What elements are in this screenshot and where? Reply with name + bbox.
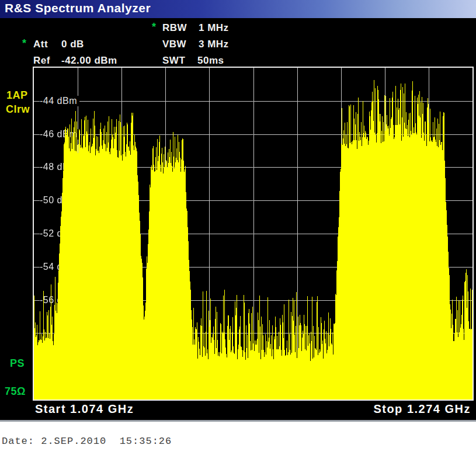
att-coupled-marker: *: [22, 37, 26, 50]
spectrum-plot: -44 dBm-46 dBm-48 dBm-50 dBm-52 dBm-54 d…: [33, 67, 474, 401]
trace-detector-label: 1AP: [6, 89, 28, 102]
ref-value: -42.00 dBm: [61, 55, 117, 67]
title-bar: R&S Spectrum Analyzer: [0, 0, 476, 18]
swt-label: SWT: [162, 55, 185, 67]
start-frequency-label: Start 1.074 GHz: [35, 402, 134, 416]
att-label: Att: [33, 39, 48, 50]
att-value: 0 dB: [61, 39, 84, 50]
impedance-label: 75Ω: [5, 385, 26, 398]
frequency-bar: Start 1.074 GHz Stop 1.274 GHz: [0, 401, 476, 420]
vbw-value: 3 MHz: [199, 39, 229, 50]
ps-status-label: PS: [10, 357, 25, 370]
window-title: R&S Spectrum Analyzer: [5, 1, 151, 15]
vbw-label: VBW: [162, 39, 186, 50]
rbw-label: RBW: [162, 22, 187, 34]
spectrum-trace: [34, 68, 472, 400]
date-line: Date: 2.SEP.2010 15:35:26: [2, 436, 172, 447]
trace-mode-label: Clrw: [6, 103, 30, 116]
rbw-coupled-marker: *: [152, 21, 156, 33]
ref-label: Ref: [33, 55, 50, 67]
analyzer-screen: R&S Spectrum Analyzer * RBW 1 MHz * Att …: [0, 0, 476, 422]
rbw-value: 1 MHz: [199, 22, 229, 34]
swt-value: 50ms: [197, 55, 224, 67]
stop-frequency-label: Stop 1.274 GHz: [373, 402, 471, 416]
